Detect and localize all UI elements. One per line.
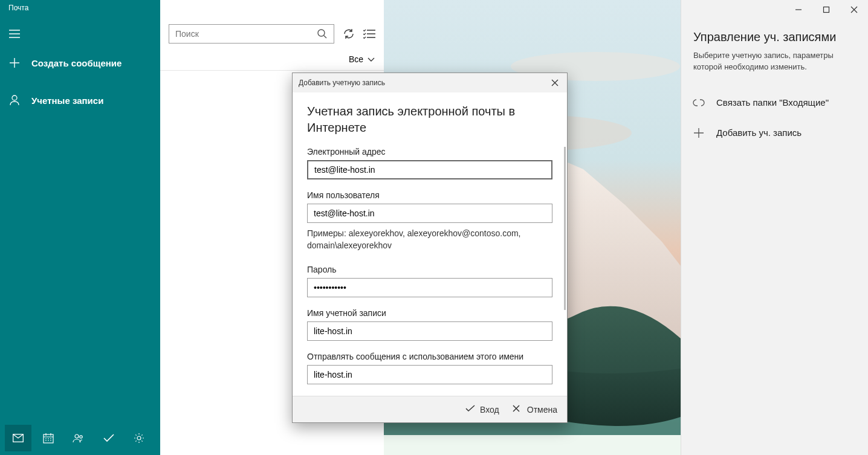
add-account-label: Добавить уч. запись [716,127,802,138]
search-icon [317,28,328,39]
checkmark-icon [103,434,114,442]
search-box[interactable] [169,24,334,44]
link-inboxes-label: Связать папки "Входящие" [716,97,829,108]
plus-icon [8,57,21,69]
mail-app-button[interactable] [5,425,31,451]
check-icon [465,405,475,415]
svg-point-3 [75,434,79,438]
accounts-label: Учетные записи [31,95,103,106]
select-icon [363,29,375,39]
email-field[interactable] [307,160,552,179]
dialog-header-title: Добавить учетную запись [299,79,385,87]
add-account-dialog: Добавить учетную запись Учетная запись э… [292,73,568,423]
close-button[interactable] [840,0,868,19]
signin-label: Вход [480,405,499,415]
link-inboxes-button[interactable]: Связать папки "Входящие" [681,88,868,118]
svg-point-6 [318,30,325,36]
compose-label: Создать сообщение [31,58,121,68]
hamburger-button[interactable] [0,19,160,48]
accounts-button[interactable]: Учетные записи [0,86,160,115]
chevron-down-icon [367,55,375,63]
gear-icon [134,433,144,444]
dialog-title: Учетная запись электронной почты в Интер… [307,103,552,136]
close-icon [551,79,559,86]
panel-description: Выберите учетную запись, параметры котор… [681,50,868,88]
settings-button[interactable] [126,425,152,451]
username-label: Имя пользователя [307,190,552,200]
signin-button[interactable]: Вход [465,405,499,415]
dialog-close-button[interactable] [549,77,561,89]
svg-point-5 [137,436,141,440]
todo-app-button[interactable] [96,425,122,451]
send-as-field[interactable] [307,365,552,384]
search-input[interactable] [175,29,317,39]
dialog-scrollbar[interactable] [564,147,566,310]
sidebar: Почта Создать сообщение Учетные записи [0,0,160,455]
dialog-body: Учетная запись электронной почты в Интер… [293,92,567,396]
people-app-button[interactable] [65,425,92,451]
dialog-header: Добавить учетную запись [293,73,567,92]
svg-rect-11 [384,435,681,455]
person-icon [8,94,21,106]
svg-rect-12 [824,7,829,13]
refresh-button[interactable] [343,28,355,40]
panel-title: Управление уч. записями [681,19,868,50]
email-label: Электронный адрес [307,147,552,157]
svg-point-0 [12,95,17,100]
refresh-icon [343,28,355,40]
select-mode-button[interactable] [363,28,375,40]
username-hint: Примеры: alexeyorekhov, alexeyorekhov@co… [307,228,552,251]
cancel-button[interactable]: Отмена [513,405,557,415]
dialog-footer: Вход Отмена [293,396,567,422]
calendar-icon [43,433,54,444]
username-field[interactable] [307,204,552,223]
window-titlebar [681,0,868,19]
compose-button[interactable]: Создать сообщение [0,48,160,77]
hamburger-icon [8,28,21,40]
password-label: Пароль [307,265,552,274]
maximize-button[interactable] [812,0,840,19]
plus-icon [692,126,705,140]
minimize-button[interactable] [785,0,812,19]
account-name-label: Имя учетной записи [307,308,552,318]
link-icon [692,96,705,109]
filter-label: Все [349,54,363,64]
accounts-panel: Управление уч. записями Выберите учетную… [681,0,868,455]
x-icon [513,405,522,415]
filter-dropdown[interactable]: Все [160,44,384,71]
sidebar-bottom-bar [0,421,160,455]
mail-icon [13,434,24,442]
people-icon [73,433,85,443]
account-name-field[interactable] [307,321,552,341]
app-title: Почта [0,0,160,19]
add-account-button[interactable]: Добавить уч. запись [681,118,868,148]
password-field[interactable] [307,278,552,297]
svg-point-4 [80,436,82,438]
cancel-label: Отмена [527,405,557,415]
calendar-app-button[interactable] [35,425,62,451]
send-as-label: Отправлять сообщения с использованием эт… [307,352,552,361]
